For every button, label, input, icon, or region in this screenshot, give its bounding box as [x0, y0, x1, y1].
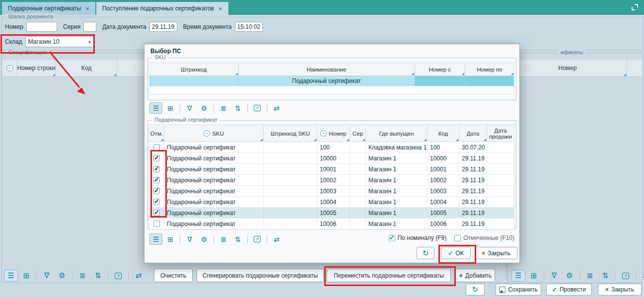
add-button[interactable]: + Добавить	[455, 269, 495, 282]
refresh-button[interactable]: ↻	[417, 247, 434, 259]
sort-icon[interactable]: ⇅	[231, 233, 244, 245]
cert-table-row[interactable]: Подарочный сертификат 10006 Магазин 1 10…	[149, 219, 514, 229]
export-icon[interactable]: ↗	[111, 270, 125, 282]
cell-code: 10000	[428, 153, 459, 163]
tab-close-icon[interactable]: ×	[85, 5, 89, 12]
numbered-list-icon[interactable]: ≣	[217, 233, 230, 245]
marked-checkbox[interactable]: Отмеченные (F10)	[454, 234, 514, 241]
sort-asc-icon: ˄	[204, 130, 210, 137]
sync-icon[interactable]: ⇄	[639, 270, 644, 282]
row-checkbox[interactable]	[153, 221, 160, 227]
cell-number-to	[465, 76, 514, 86]
list-view-icon[interactable]: ☰	[149, 102, 162, 114]
grid-view-icon[interactable]: ⊞	[164, 233, 177, 245]
number-field[interactable]	[26, 22, 57, 32]
number-column-header[interactable]: ˄ Номер	[317, 125, 350, 142]
row-checkbox[interactable]	[153, 188, 160, 194]
export-icon[interactable]: ↗	[251, 102, 264, 114]
cert-table-row[interactable]: Подарочный сертификат 100 Кладовка магаз…	[149, 142, 514, 153]
filter-icon[interactable]: ∇	[183, 102, 196, 114]
grid-view-icon[interactable]: ⊞	[19, 270, 33, 282]
cert-table-row[interactable]: Подарочный сертификат 10005 Магазин 1 10…	[149, 208, 514, 219]
series-column-header[interactable]: Сер	[350, 125, 366, 142]
cert-table-row[interactable]: Подарочный сертификат 10000 Магазин 1 10…	[149, 153, 514, 164]
row-checkbox[interactable]	[153, 199, 160, 205]
grid-view-icon[interactable]: ⊞	[164, 102, 177, 114]
sync-icon[interactable]: ⇄	[132, 270, 145, 282]
barcode-column-header[interactable]: Штрихкод	[149, 63, 239, 76]
row-checkbox[interactable]	[153, 177, 160, 183]
refresh-button[interactable]: ↻	[466, 284, 485, 296]
cell-number: 10006	[317, 219, 350, 229]
cell-issued: Магазин 1	[366, 175, 428, 185]
sku-column-header[interactable]: ˄ SKU	[164, 125, 264, 142]
cert-table-row[interactable]: Подарочный сертификат 10003 Магазин 1 10…	[149, 186, 514, 197]
grid-view-icon[interactable]: ⊞	[527, 270, 541, 282]
code-column-header[interactable]: Код	[56, 60, 117, 76]
sync-icon[interactable]: ⇄	[270, 233, 283, 245]
row-checkbox[interactable]	[153, 144, 160, 150]
sort-icon[interactable]: ⇅	[91, 270, 105, 282]
numbered-list-icon[interactable]: ≣	[217, 102, 230, 114]
sort-icon[interactable]: ⇅	[231, 102, 244, 114]
gear-icon[interactable]: ⚙	[198, 102, 211, 114]
row-checkbox[interactable]	[153, 166, 160, 172]
tab-close-icon[interactable]: ×	[218, 5, 222, 12]
chevron-down-icon: ▾	[88, 39, 91, 45]
number-from-column-header[interactable]: Номер с	[415, 63, 466, 76]
generate-certificates-button[interactable]: Сгенерировать подарочные сертификаты	[197, 269, 324, 282]
gear-icon[interactable]: ⚙	[198, 233, 211, 245]
filter-icon[interactable]: ∇	[183, 233, 196, 245]
checkbox[interactable]	[389, 235, 395, 241]
maximize-icon[interactable]	[632, 4, 638, 10]
list-view-icon[interactable]: ☰	[511, 270, 525, 282]
move-certificates-button[interactable]: Переместить подарочные сертификаты	[327, 269, 451, 282]
number-column-header[interactable]: Номер	[508, 60, 627, 76]
gear-icon[interactable]: ⚙	[563, 270, 576, 282]
number-to-column-header[interactable]: Номер по	[465, 63, 514, 76]
series-field[interactable]	[83, 22, 96, 32]
certificates-table: Отм. ˄ SKU Штрихкод SKU ˄ Номер Сер Где …	[149, 125, 514, 230]
close-dialog-button[interactable]: × Закрыть	[475, 247, 517, 259]
check-icon: ✓	[552, 286, 557, 293]
cell-date: 29.11.19	[459, 164, 487, 174]
sort-column-header[interactable]: ˄	[2, 60, 17, 76]
sync-icon[interactable]: ⇄	[270, 102, 283, 114]
close-document-button[interactable]: × Закрыть	[598, 284, 642, 296]
doc-time-field[interactable]	[235, 22, 263, 32]
row-checkbox[interactable]	[153, 210, 160, 216]
doc-date-field[interactable]	[149, 22, 177, 32]
numbered-list-icon[interactable]: ≣	[583, 270, 597, 282]
name-column-header[interactable]: Наименование	[239, 63, 415, 76]
mark-column-header[interactable]: Отм.	[149, 125, 164, 142]
warehouse-combobox[interactable]: Магазин 10 ▾	[25, 36, 94, 47]
ok-button[interactable]: ✓ ОК	[441, 247, 471, 259]
checkbox[interactable]	[454, 235, 461, 241]
cert-table-row[interactable]: Подарочный сертификат 10001 Магазин 1 10…	[149, 164, 514, 175]
sort-icon[interactable]: ⇅	[598, 270, 612, 282]
clear-button[interactable]: Очистить	[154, 269, 193, 282]
list-view-icon[interactable]: ☰	[4, 270, 18, 282]
export-icon[interactable]: ↗	[619, 270, 633, 282]
cell-number: 10003	[317, 186, 350, 196]
cert-table-row[interactable]: Подарочный сертификат 10002 Магазин 1 10…	[149, 175, 514, 186]
numbered-list-icon[interactable]: ≣	[75, 270, 89, 282]
sku-barcode-column-header[interactable]: Штрихкод SKU	[264, 125, 317, 142]
filter-icon[interactable]: ∇	[547, 270, 561, 282]
date-column-header[interactable]: Дата	[459, 125, 487, 142]
by-nominal-checkbox[interactable]: По номиналу (F9)	[389, 234, 447, 241]
save-button[interactable]: Сохранить	[496, 284, 541, 296]
code-column-header[interactable]: Код	[428, 125, 459, 142]
row-checkbox[interactable]	[153, 155, 160, 161]
export-icon[interactable]: ↗	[251, 233, 264, 245]
issued-at-column-header[interactable]: Где выпущен	[366, 125, 428, 142]
line-number-column-header[interactable]: Номер строки	[17, 60, 56, 76]
sale-date-column-header[interactable]: Дата продажи	[487, 125, 514, 142]
tab-gift-certificates-receipt[interactable]: Поступление подарочных сертификатов ×	[96, 2, 228, 15]
filter-icon[interactable]: ∇	[40, 270, 54, 282]
list-view-icon[interactable]: ☰	[149, 233, 162, 245]
post-button[interactable]: ✓ Провести	[546, 284, 592, 296]
cert-table-row[interactable]: Подарочный сертификат 10004 Магазин 1 10…	[149, 197, 514, 208]
sku-row[interactable]: Подарочный сертификат	[149, 76, 514, 86]
gear-icon[interactable]: ⚙	[55, 270, 69, 282]
